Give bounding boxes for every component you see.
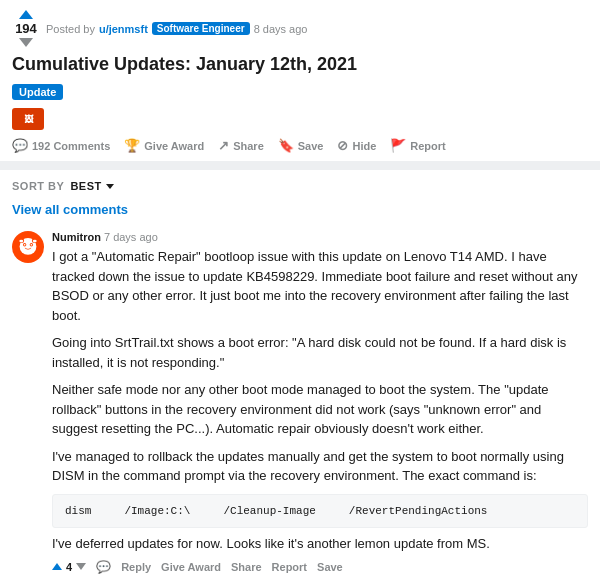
award-icon: 🏆 bbox=[124, 138, 140, 153]
svg-point-8 bbox=[33, 240, 37, 243]
comment-paragraph: I've deferred updates for now. Looks lik… bbox=[52, 534, 588, 554]
update-badge[interactable]: Update bbox=[12, 84, 63, 100]
comment-text: I got a "Automatic Repair" bootloop issu… bbox=[52, 247, 588, 554]
comment-body: Numitron 7 days ago I got a "Automatic R… bbox=[52, 231, 588, 574]
post-container: 194 Posted by u/jenmsft Software Enginee… bbox=[0, 0, 600, 162]
posted-by-label: Posted by bbox=[46, 23, 95, 35]
post-vote-col: 194 bbox=[12, 10, 40, 47]
post-header: 194 Posted by u/jenmsft Software Enginee… bbox=[12, 10, 588, 47]
comment-paragraph: Neither safe mode nor any other boot mod… bbox=[52, 380, 588, 439]
thumbnail-icon: 🖼 bbox=[24, 114, 33, 124]
reply-icon: 💬 bbox=[96, 560, 111, 574]
share-action[interactable]: ↗ Share bbox=[218, 138, 264, 153]
post-author[interactable]: u/jenmsft bbox=[99, 23, 148, 35]
sort-caret-icon bbox=[106, 184, 114, 189]
post-vote-count: 194 bbox=[15, 21, 37, 36]
comment-vote-count: 4 bbox=[66, 561, 72, 573]
post-thumbnail[interactable]: 🖼 bbox=[12, 108, 44, 130]
comments-section: SORT BY BEST View all comments bbox=[0, 170, 600, 574]
comment-award-button[interactable]: Give Award bbox=[161, 561, 221, 573]
comment-avatar bbox=[12, 231, 44, 263]
comment-votes: 4 bbox=[52, 561, 86, 573]
sort-label: SORT BY bbox=[12, 180, 64, 192]
post-time: 8 days ago bbox=[254, 23, 308, 35]
comment-report-button[interactable]: Report bbox=[272, 561, 307, 573]
comments-label: 192 Comments bbox=[32, 140, 110, 152]
comment-save-button[interactable]: Save bbox=[317, 561, 343, 573]
report-label: Report bbox=[410, 140, 445, 152]
comment-reply-button[interactable]: Reply bbox=[121, 561, 151, 573]
post-actions: 💬 192 Comments 🏆 Give Award ↗ Share 🔖 Sa… bbox=[12, 138, 588, 153]
comment-paragraph: Going into SrtTrail.txt shows a boot err… bbox=[52, 333, 588, 372]
sort-dropdown[interactable]: BEST bbox=[70, 180, 113, 192]
view-all-comments-link[interactable]: View all comments bbox=[12, 202, 588, 217]
share-label: Share bbox=[233, 140, 264, 152]
comment-share-button[interactable]: Share bbox=[231, 561, 262, 573]
report-icon: 🚩 bbox=[390, 138, 406, 153]
sort-bar: SORT BY BEST bbox=[12, 180, 588, 192]
comment: Numitron 7 days ago I got a "Automatic R… bbox=[12, 231, 588, 574]
award-action[interactable]: 🏆 Give Award bbox=[124, 138, 204, 153]
comment-paragraph: I've managed to rollback the updates man… bbox=[52, 447, 588, 486]
hide-icon: ⊘ bbox=[337, 138, 348, 153]
comment-time: 7 days ago bbox=[104, 231, 158, 243]
sort-value-label: BEST bbox=[70, 180, 101, 192]
award-label: Give Award bbox=[144, 140, 204, 152]
post-flair: Software Engineer bbox=[152, 22, 250, 35]
save-icon: 🔖 bbox=[278, 138, 294, 153]
comments-action[interactable]: 💬 192 Comments bbox=[12, 138, 110, 153]
svg-point-4 bbox=[24, 244, 26, 246]
comment-paragraph: I got a "Automatic Repair" bootloop issu… bbox=[52, 247, 588, 325]
section-divider bbox=[0, 162, 600, 170]
comment-footer: 4 💬 Reply Give Award Share Report Save bbox=[52, 560, 588, 574]
post-meta: Posted by u/jenmsft Software Engineer 8 … bbox=[46, 22, 307, 35]
comment-downvote-button[interactable] bbox=[76, 563, 86, 570]
svg-point-9 bbox=[19, 240, 23, 243]
comment-meta: Numitron 7 days ago bbox=[52, 231, 588, 243]
save-action[interactable]: 🔖 Save bbox=[278, 138, 324, 153]
post-upvote-button[interactable] bbox=[19, 10, 33, 19]
code-block: dism /Image:C:\ /Cleanup-Image /RevertPe… bbox=[52, 494, 588, 529]
hide-label: Hide bbox=[352, 140, 376, 152]
comments-icon: 💬 bbox=[12, 138, 28, 153]
share-icon: ↗ bbox=[218, 138, 229, 153]
report-action[interactable]: 🚩 Report bbox=[390, 138, 445, 153]
avatar-snoo-svg bbox=[14, 233, 42, 261]
svg-point-5 bbox=[31, 244, 33, 246]
hide-action[interactable]: ⊘ Hide bbox=[337, 138, 376, 153]
comment-author[interactable]: Numitron bbox=[52, 231, 101, 243]
post-downvote-button[interactable] bbox=[19, 38, 33, 47]
save-label: Save bbox=[298, 140, 324, 152]
comment-upvote-button[interactable] bbox=[52, 563, 62, 570]
post-title: Cumulative Updates: January 12th, 2021 bbox=[12, 53, 588, 76]
